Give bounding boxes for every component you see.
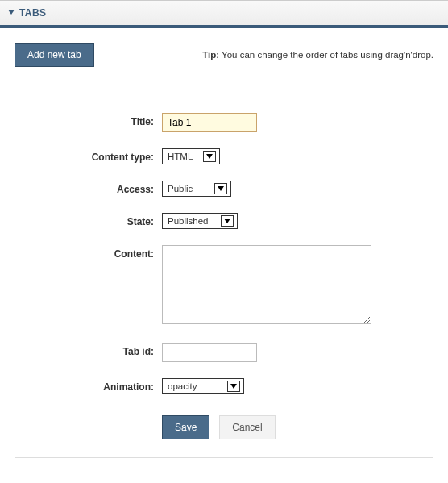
state-value: Published bbox=[168, 216, 209, 226]
animation-select[interactable]: opacity bbox=[162, 378, 244, 394]
chevron-down-icon bbox=[203, 151, 216, 162]
chevron-down-icon bbox=[227, 381, 240, 392]
animation-label: Animation: bbox=[27, 378, 162, 393]
svg-marker-0 bbox=[8, 10, 15, 15]
tabid-input[interactable] bbox=[162, 343, 257, 362]
collapse-icon bbox=[8, 10, 15, 16]
state-label: State: bbox=[27, 213, 162, 227]
title-input[interactable] bbox=[162, 113, 257, 132]
state-select[interactable]: Published bbox=[162, 213, 238, 229]
add-new-tab-button[interactable]: Add new tab bbox=[15, 43, 94, 67]
content-label: Content: bbox=[27, 245, 162, 260]
panel-title: TABS bbox=[19, 7, 46, 19]
animation-value: opacity bbox=[168, 381, 197, 391]
tip-text: Tip: You can change the order of tabs us… bbox=[202, 50, 433, 60]
content-textarea[interactable] bbox=[162, 245, 371, 324]
tab-form: Title: Content type: HTML Access: Public bbox=[15, 90, 433, 458]
access-label: Access: bbox=[27, 181, 162, 195]
save-button[interactable]: Save bbox=[162, 415, 209, 439]
access-select[interactable]: Public bbox=[162, 181, 231, 197]
panel-header[interactable]: TABS bbox=[0, 0, 448, 25]
cancel-button[interactable]: Cancel bbox=[219, 415, 275, 439]
chevron-down-icon bbox=[214, 183, 227, 194]
svg-marker-1 bbox=[206, 154, 213, 159]
content-type-select[interactable]: HTML bbox=[162, 148, 220, 164]
title-label: Title: bbox=[27, 113, 162, 127]
svg-marker-3 bbox=[224, 219, 230, 223]
tabid-label: Tab id: bbox=[27, 343, 162, 357]
content-type-label: Content type: bbox=[27, 148, 162, 163]
content-type-value: HTML bbox=[168, 152, 193, 161]
svg-marker-4 bbox=[230, 384, 237, 389]
chevron-down-icon bbox=[221, 215, 234, 227]
access-value: Public bbox=[168, 184, 193, 194]
svg-marker-2 bbox=[218, 186, 224, 191]
